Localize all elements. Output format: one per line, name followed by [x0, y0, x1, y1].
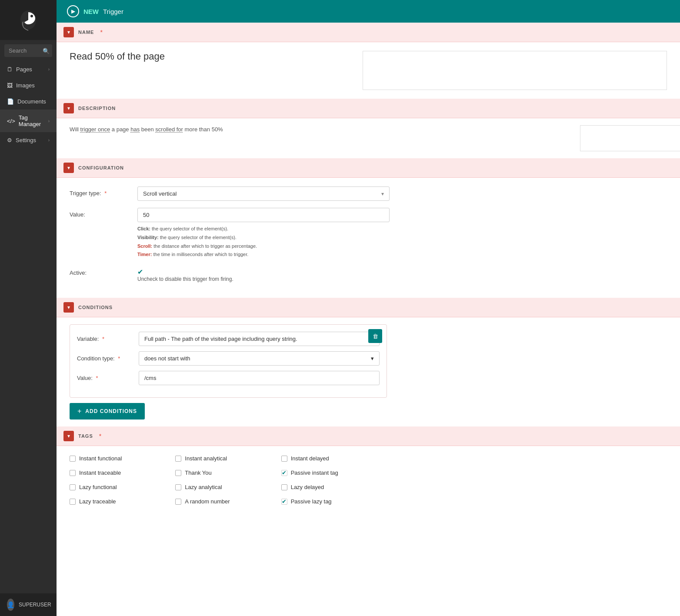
tag-label-instant-analytical: Instant analytical	[185, 455, 227, 462]
description-text: Will trigger once a page has been scroll…	[70, 125, 223, 134]
tag-checkbox-thank-you[interactable]	[175, 470, 181, 476]
tag-item-thank-you: Thank You	[175, 467, 281, 478]
conditions-collapse-button[interactable]: ▾	[63, 302, 74, 313]
variable-input[interactable]	[139, 332, 380, 346]
tag-checkbox-instant-traceable[interactable]	[70, 470, 76, 476]
condition-type-select[interactable]: does not start with ▾	[139, 351, 380, 366]
active-hint-text: Uncheck to disable this trigger from fir…	[137, 276, 390, 282]
sidebar: 🔍 🗒 Pages › 🖼 Images 📄 Documents </> Tag…	[0, 0, 57, 616]
tags-collapse-button[interactable]: ▾	[63, 431, 74, 441]
trigger-name-display: Read 50% of the page	[70, 51, 165, 90]
condition-type-row: Condition type: * does not start with ▾	[77, 351, 380, 366]
tag-item-lazy-delayed: Lazy delayed	[281, 482, 387, 493]
search-button[interactable]: 🔍	[43, 47, 50, 54]
tag-item-lazy-traceable: Lazy traceable	[70, 496, 175, 507]
name-section-header: ▾ NAME *	[57, 23, 680, 42]
tag-label-passive-instant-tag: Passive instant tag	[291, 469, 338, 476]
sidebar-item-images[interactable]: 🖼 Images	[0, 77, 57, 93]
tag-item-instant-delayed: Instant delayed	[281, 453, 387, 464]
tag-item-lazy-analytical: Lazy analytical	[175, 482, 281, 493]
tag-checkmark-passive-instant-tag: ✔	[282, 469, 287, 476]
content-area: ▾ NAME * Read 50% of the page ▾ DESCRIPT…	[57, 23, 680, 616]
tag-item-passive-instant-tag: ✔ Passive instant tag	[281, 467, 387, 478]
settings-icon: ⚙	[7, 137, 12, 143]
conditions-section-header: ▾ CONDITIONS	[57, 298, 680, 317]
sidebar-item-settings[interactable]: ⚙ Settings ›	[0, 132, 57, 148]
tag-checkbox-lazy-traceable[interactable]	[70, 499, 76, 505]
tags-section-body: Instant functional Instant analytical In…	[57, 446, 680, 520]
documents-icon: 📄	[7, 98, 14, 105]
tag-checkbox-lazy-functional[interactable]	[70, 484, 76, 490]
search-container: 🔍	[0, 40, 57, 61]
tag-checkbox-passive-instant-tag[interactable]: ✔	[281, 470, 287, 476]
config-section-label: CONFIGURATION	[78, 165, 124, 170]
active-control: ✔ Uncheck to disable this trigger from f…	[137, 266, 390, 282]
condition-value-label: Value: *	[77, 375, 133, 381]
condition-card: 🗑 Variable: * Condition type: *	[70, 324, 387, 398]
description-collapse-button[interactable]: ▾	[63, 103, 74, 113]
config-value-input[interactable]	[137, 208, 390, 222]
main-area: ▶ NEW Trigger ▾ NAME * Read 50% of the p…	[57, 0, 680, 616]
topbar: ▶ NEW Trigger	[57, 0, 680, 23]
name-section-body: Read 50% of the page	[57, 42, 680, 99]
tag-checkbox-instant-delayed[interactable]	[281, 456, 287, 462]
username-label: SUPERUSER	[19, 602, 51, 608]
name-collapse-button[interactable]: ▾	[63, 27, 74, 37]
plus-icon: +	[77, 407, 82, 415]
name-required-star: *	[100, 29, 102, 36]
config-collapse-button[interactable]: ▾	[63, 163, 74, 173]
tag-label-a-random-number: A random number	[185, 498, 230, 505]
config-section-header: ▾ CONFIGURATION	[57, 158, 680, 178]
tag-checkbox-passive-lazy-tag[interactable]: ✔	[281, 499, 287, 505]
trigger-type-control: Scroll vertical ▾	[137, 186, 390, 201]
chevron-right-icon: ›	[48, 67, 50, 72]
sidebar-footer[interactable]: 👤 SUPERUSER ▲	[0, 593, 57, 616]
tag-icon: </>	[7, 118, 15, 124]
tag-label-instant-delayed: Instant delayed	[291, 455, 329, 462]
active-check-icon[interactable]: ✔	[137, 268, 143, 276]
variable-label: Variable: *	[77, 336, 133, 342]
tag-checkbox-a-random-number[interactable]	[175, 499, 181, 505]
name-input-area[interactable]	[363, 51, 667, 90]
tag-checkbox-instant-analytical[interactable]	[175, 456, 181, 462]
trigger-type-arrow-icon: ▾	[381, 191, 384, 197]
add-conditions-button[interactable]: + ADD CONDITIONS	[70, 403, 145, 420]
conditions-section-body: 🗑 Variable: * Condition type: *	[57, 317, 680, 426]
config-value-row: Value: Click: the query selector of the …	[70, 208, 667, 259]
tag-item-a-random-number: A random number	[175, 496, 281, 507]
tag-checkbox-lazy-delayed[interactable]	[281, 484, 287, 490]
trigger-type-select[interactable]: Scroll vertical ▾	[137, 186, 390, 201]
svg-point-1	[30, 15, 33, 17]
trigger-type-label: Trigger type: *	[70, 186, 130, 196]
logo	[0, 0, 57, 40]
tag-checkbox-instant-functional[interactable]	[70, 456, 76, 462]
active-checkbox-row: ✔	[137, 268, 390, 276]
condition-type-arrow-icon: ▾	[371, 355, 374, 362]
tag-label-thank-you: Thank You	[185, 469, 211, 476]
delete-condition-button[interactable]: 🗑	[368, 329, 382, 343]
new-badge: NEW	[83, 8, 99, 15]
chevron-right-icon-3: ›	[48, 138, 50, 143]
config-value-label: Value:	[70, 208, 130, 218]
active-label: Active:	[70, 266, 130, 276]
condition-value-input[interactable]	[139, 371, 380, 385]
tag-item-lazy-functional: Lazy functional	[70, 482, 175, 493]
config-hints: Click: the query selector of the element…	[137, 225, 390, 259]
sidebar-item-tag-manager[interactable]: </> Tag Manager ›	[0, 110, 57, 132]
tag-item-passive-lazy-tag: ✔ Passive lazy tag	[281, 496, 387, 507]
tag-label-lazy-analytical: Lazy analytical	[185, 484, 222, 490]
description-section-header: ▾ DESCRIPTION	[57, 99, 680, 118]
tag-checkmark-passive-lazy-tag: ✔	[282, 498, 287, 505]
page-title: Trigger	[103, 8, 123, 15]
tag-label-lazy-functional: Lazy functional	[79, 484, 117, 490]
tag-checkbox-lazy-analytical[interactable]	[175, 484, 181, 490]
config-section-body: Trigger type: * Scroll vertical ▾ Value:…	[57, 178, 680, 298]
description-input-area[interactable]	[580, 125, 680, 151]
pages-icon: 🗒	[7, 66, 13, 73]
tags-required-star: *	[99, 433, 101, 440]
tag-item-instant-traceable: Instant traceable	[70, 467, 175, 478]
sidebar-item-documents[interactable]: 📄 Documents	[0, 93, 57, 110]
variable-row: Variable: *	[77, 332, 380, 346]
conditions-section-label: CONDITIONS	[78, 305, 113, 310]
sidebar-item-pages[interactable]: 🗒 Pages ›	[0, 61, 57, 77]
